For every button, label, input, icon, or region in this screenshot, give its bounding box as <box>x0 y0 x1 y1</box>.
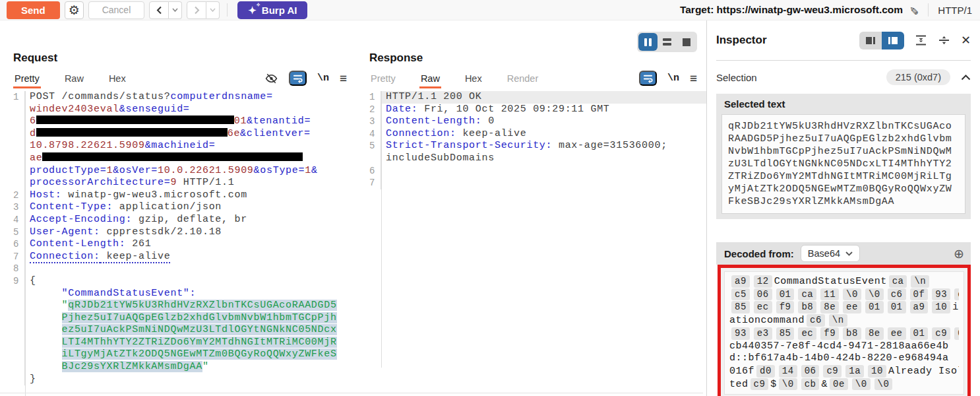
burp-ai-button[interactable]: ✦✧ Burp AI <box>237 1 307 19</box>
code-row: ez5uI7uAckPSmNiNDQwMzU3LTdlOGYtNGNkNC05N… <box>5 324 356 337</box>
inspector-panel: Inspector <box>707 20 980 396</box>
tab-hex[interactable]: Hex <box>464 73 483 88</box>
decoded-text: cb440357-7e8f-4cd4-9471-2818aa66e4b <box>729 341 949 352</box>
hex-byte-pill: \0 <box>865 288 884 301</box>
close-inspector-button[interactable]: ✕ <box>961 33 971 48</box>
decoded-text: isol <box>952 302 959 313</box>
tab-hex[interactable]: Hex <box>107 73 127 88</box>
dock-left-button[interactable] <box>859 32 882 50</box>
word-wrap-button[interactable] <box>289 71 307 86</box>
code-segment: &senseguid= <box>119 104 190 115</box>
decoded-text: ted <box>729 379 749 390</box>
inspector-dock-group <box>859 32 904 50</box>
code-row: 1POST /commands/status?computerdnsname= <box>5 91 356 104</box>
collapse-section-button[interactable] <box>961 75 971 81</box>
edit-target-button[interactable]: ✎ <box>909 3 919 17</box>
code-row: 5User-Agent: cpprestsdk/2.10.18 <box>5 226 356 239</box>
selection-count-badge: 215 (0xd7) <box>886 69 950 85</box>
line-number <box>5 374 25 386</box>
settings-button[interactable]: ⚙ <box>65 1 84 19</box>
tab-raw[interactable]: Raw <box>419 73 441 88</box>
main-area: Request PrettyRawHex <box>0 20 980 396</box>
decoded-from-bar: Decoded from: Base64 ⊕ <box>716 242 971 265</box>
code-segment: Content-Type: <box>30 201 113 213</box>
selected-text-line: yMjAtZTk2ODQ5NGEwMTZm0BQGyRoQQWxyZW <box>728 183 959 195</box>
add-decoding-button[interactable]: ⊕ <box>954 248 964 260</box>
back-dropdown[interactable] <box>169 1 182 19</box>
layout-rows-button[interactable] <box>658 33 677 51</box>
code-segment: POST /commands/status? <box>30 91 170 102</box>
response-menu-button[interactable]: ≡ <box>690 71 697 86</box>
line-number <box>5 300 25 312</box>
tab-raw[interactable]: Raw <box>63 73 85 88</box>
response-editor[interactable]: 1HTTP/1.1 200 OK2Date: Fri, 10 Oct 2025 … <box>361 91 706 189</box>
code-segment: Strict-Transport-Security: <box>386 140 552 151</box>
decoding-select[interactable]: Base64 <box>801 245 860 262</box>
code-segment <box>30 288 62 299</box>
line-number: 3 <box>361 116 381 128</box>
line-number <box>5 128 25 141</box>
hide-button[interactable] <box>264 72 278 85</box>
tab-render[interactable]: Render <box>506 73 540 88</box>
toolbar: Send ⚙ Cancel ✦✧ Burp AI Target: https:/… <box>0 0 980 20</box>
code-row: 4Accept-Encoding: gzip, deflate, br <box>5 214 356 226</box>
chevron-down-icon <box>845 251 853 256</box>
code-segment: Pjhez5uI7uAQGpEGlzb2xhdGlvbmNvbW1hbmTGCp… <box>62 312 337 323</box>
hex-byte-pill: a9 <box>731 275 750 288</box>
code-segment: Content-Length: <box>30 238 126 249</box>
code-row: 2Host: winatp-gw-weu3.microsoft.com <box>5 189 356 202</box>
hex-byte-pill: ca <box>798 288 816 301</box>
hex-byte-pill: c6 <box>807 314 825 327</box>
request-menu-button[interactable]: ≡ <box>340 71 347 86</box>
decoded-row: 93e385ecf9b88eee01c90fJ <box>729 327 959 341</box>
line-number: 3 <box>5 201 25 214</box>
code-segment <box>30 324 62 335</box>
hex-byte-pill: 93 <box>731 327 750 340</box>
inspector-title: Inspector <box>716 34 767 47</box>
request-title: Request <box>13 51 356 65</box>
expand-all-button[interactable] <box>915 34 927 46</box>
selected-text-line: ZTRiZDo6YmY2MTdhNGItMTRiMC00MjRiLTg <box>728 170 959 183</box>
back-button[interactable] <box>149 1 169 19</box>
selected-text-box[interactable]: qRJDb21tYW5kU3RhdHVzRXZlbnTKCsUGAcoRAADG… <box>721 114 965 214</box>
selection-section-header[interactable]: Selection 215 (0xd7) <box>716 61 971 94</box>
code-segment: HTTP/1.1 <box>177 177 234 188</box>
collapse-all-button[interactable] <box>938 34 950 46</box>
code-segment: max-age=31536000; <box>552 140 667 151</box>
target-url: Target: https://winatp-gw-weu3.microsoft… <box>680 4 903 16</box>
line-number <box>5 165 25 178</box>
line-number: 2 <box>5 189 25 202</box>
tab-pretty[interactable]: Pretty <box>369 73 397 88</box>
hex-byte-pill: 11 <box>820 288 839 301</box>
newline-toggle-button[interactable]: \n <box>317 73 329 84</box>
tab-pretty[interactable]: Pretty <box>13 73 41 88</box>
hex-byte-pill: e3 <box>954 288 959 301</box>
hex-byte-pill: \0 <box>852 378 871 391</box>
code-segment <box>30 337 62 348</box>
decoded-content-box[interactable]: a912CommandStatusEventca\nc50601ca11\0\0… <box>724 271 964 395</box>
code-segment: ae <box>30 152 42 164</box>
dock-right-button[interactable] <box>882 32 904 50</box>
line-number: 1 <box>361 91 381 104</box>
code-row: 9{ <box>5 275 356 288</box>
code-segment <box>30 300 62 311</box>
request-editor[interactable]: 1POST /commands/status?computerdnsname=w… <box>5 91 356 385</box>
layout-columns-button[interactable] <box>638 33 658 51</box>
send-button[interactable]: Send <box>7 1 60 19</box>
dock-right-icon <box>888 37 890 44</box>
cancel-button[interactable]: Cancel <box>88 1 145 19</box>
word-wrap-button[interactable] <box>639 71 657 86</box>
hex-byte-pill: 06 <box>801 365 820 378</box>
code-segment <box>30 348 62 360</box>
newline-toggle-button[interactable]: \n <box>667 73 679 84</box>
layout-single-button[interactable] <box>677 33 696 51</box>
code-row: includeSubDomains <box>361 152 706 165</box>
hex-byte-pill: c5 <box>731 288 750 301</box>
newline-icon: \n <box>667 73 679 84</box>
forward-button[interactable] <box>187 1 206 19</box>
history-back-group <box>149 1 182 19</box>
hex-byte-pill: \0 <box>843 288 861 301</box>
code-row: "qRJDb21tYW5kU3RhdHVzRXZlbnTKCsUGAcoRAAD… <box>5 300 356 312</box>
code-segment: { <box>30 275 36 286</box>
forward-dropdown[interactable] <box>206 1 220 19</box>
